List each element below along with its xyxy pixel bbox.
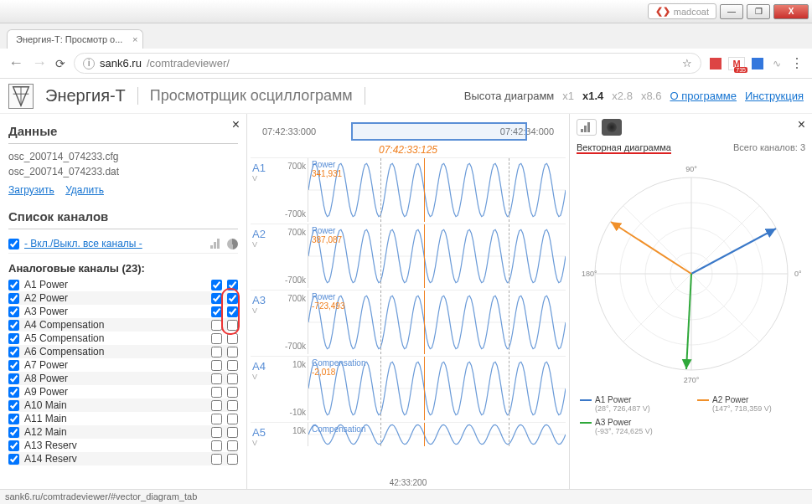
url-input[interactable]: i sank6.ru/comtradeviewer/ ☆ xyxy=(74,53,701,74)
channel-checkbox-bars[interactable] xyxy=(211,293,222,304)
cursor-line[interactable] xyxy=(424,291,425,354)
cursor-line[interactable] xyxy=(424,158,425,222)
scale-x28[interactable]: x2.8 xyxy=(612,90,633,102)
timeline-selection[interactable] xyxy=(351,122,527,141)
channel-checkbox-vector[interactable] xyxy=(227,400,238,411)
channel-checkbox-enable[interactable] xyxy=(8,427,19,438)
channel-checkbox-vector[interactable] xyxy=(227,293,238,304)
channel-checkbox-enable[interactable] xyxy=(8,280,19,291)
channel-checkbox-vector[interactable] xyxy=(227,306,238,317)
grid-dash xyxy=(380,357,381,420)
channel-checkbox-bars[interactable] xyxy=(211,360,222,371)
wave-plot[interactable]: Power-723,493 xyxy=(308,291,566,354)
vector-count: Всего каналов: 3 xyxy=(733,142,805,154)
wave-y-axis: 700k-700k xyxy=(276,291,308,354)
channel-checkbox-vector[interactable] xyxy=(227,373,238,384)
cursor-line[interactable] xyxy=(424,224,425,288)
channel-checkbox-vector[interactable] xyxy=(227,347,238,357)
channel-checkbox-enable[interactable] xyxy=(8,293,19,304)
channel-checkbox-vector[interactable] xyxy=(227,333,238,344)
channel-checkbox-vector[interactable] xyxy=(227,320,238,331)
legend-name: A2 Power xyxy=(712,395,748,404)
scale-x86[interactable]: x8.6 xyxy=(641,90,662,102)
channel-checkbox-bars[interactable] xyxy=(211,347,222,357)
waveform-row: A1V700k-700kPower341,931 xyxy=(251,157,566,222)
right-panel-close-icon[interactable]: × xyxy=(798,117,805,132)
channel-checkbox-enable[interactable] xyxy=(8,320,19,331)
nav-forward-button[interactable]: → xyxy=(32,54,47,72)
channel-checkbox-enable[interactable] xyxy=(8,360,19,371)
ext-icon-wave[interactable]: ∿ xyxy=(770,57,784,70)
legend-item: A3 Power(-93°, 724,625 V) xyxy=(580,418,680,435)
channel-checkbox-enable[interactable] xyxy=(8,440,19,451)
browser-tab[interactable]: Энергия-Т: Просмотр о... × xyxy=(7,29,143,49)
tab-bars[interactable] xyxy=(577,119,597,136)
channel-checkbox-enable[interactable] xyxy=(8,400,19,411)
wave-plot[interactable]: Compensation xyxy=(308,423,566,446)
channel-checkbox-bars[interactable] xyxy=(211,280,222,291)
load-link[interactable]: Загрузить xyxy=(8,184,54,196)
user-badge[interactable]: ❮❯ madcoat xyxy=(648,3,716,19)
channel-checkbox-bars[interactable] xyxy=(211,427,222,438)
channel-checkbox-vector[interactable] xyxy=(227,427,238,438)
window-close-button[interactable]: X xyxy=(773,4,809,19)
reload-button[interactable]: ⟳ xyxy=(55,57,65,70)
channel-checkbox-bars[interactable] xyxy=(211,387,222,398)
waveform-row: A5V10kCompensation xyxy=(251,422,566,450)
channel-checkbox-enable[interactable] xyxy=(8,387,19,398)
minimize-button[interactable]: — xyxy=(720,4,743,19)
wave-plot[interactable]: Power387,087 xyxy=(308,224,566,288)
tab-close-icon[interactable]: × xyxy=(132,34,137,44)
channel-checkbox-bars[interactable] xyxy=(211,320,222,331)
channel-checkbox-vector[interactable] xyxy=(227,454,238,465)
timeline-overview[interactable]: 07:42:33:000 07:42:34:000 xyxy=(251,119,566,144)
wave-plot[interactable]: Compensation-2,018 xyxy=(308,357,566,420)
browser-menu-icon[interactable]: ⋮ xyxy=(790,55,804,71)
wave-plot[interactable]: Power341,931 xyxy=(308,158,566,222)
channel-checkbox-enable[interactable] xyxy=(8,333,19,344)
pie-toggle-icon[interactable] xyxy=(227,239,238,249)
channel-checkbox-vector[interactable] xyxy=(227,360,238,371)
grid-dash xyxy=(380,423,381,446)
bottom-axis-time: 42:33:200 xyxy=(390,478,427,487)
channel-checkbox-bars[interactable] xyxy=(211,414,222,424)
ext-icon-red[interactable] xyxy=(710,58,721,69)
channel-checkbox-bars[interactable] xyxy=(211,373,222,384)
cursor-line[interactable] xyxy=(424,423,425,446)
cursor-line[interactable] xyxy=(424,357,425,420)
scale-x14[interactable]: x1.4 xyxy=(582,90,603,102)
channel-checkbox-bars[interactable] xyxy=(211,454,222,465)
about-link[interactable]: О программе xyxy=(670,90,737,102)
channel-checkbox-enable[interactable] xyxy=(8,373,19,384)
nav-back-button[interactable]: ← xyxy=(8,54,23,72)
channel-row: A9 Power xyxy=(8,385,238,399)
gmail-icon[interactable]: M 735 xyxy=(728,57,745,70)
channel-checkbox-vector[interactable] xyxy=(227,387,238,398)
left-panel-close-icon[interactable]: × xyxy=(232,117,240,132)
channel-checkbox-enable[interactable] xyxy=(8,306,19,317)
channel-checkbox-enable[interactable] xyxy=(8,347,19,357)
maximize-button[interactable]: ❐ xyxy=(747,4,770,19)
channel-checkbox-bars[interactable] xyxy=(211,400,222,411)
channel-checkbox-bars[interactable] xyxy=(211,306,222,317)
channel-checkbox-vector[interactable] xyxy=(227,280,238,291)
channel-checkbox-vector[interactable] xyxy=(227,414,238,424)
bookmark-star-icon[interactable]: ☆ xyxy=(682,57,692,69)
site-info-icon[interactable]: i xyxy=(83,58,95,69)
channel-checkbox-enable[interactable] xyxy=(8,454,19,465)
bars-toggle-icon[interactable] xyxy=(210,239,222,249)
ext-icon-blue[interactable] xyxy=(752,58,763,69)
manual-link[interactable]: Инструкция xyxy=(745,90,804,102)
grid-dash xyxy=(380,291,381,354)
toggle-all-checkbox[interactable] xyxy=(8,239,19,249)
channel-checkbox-enable[interactable] xyxy=(8,414,19,424)
scale-x1[interactable]: x1 xyxy=(562,90,574,102)
channel-checkbox-bars[interactable] xyxy=(211,440,222,451)
channel-checkbox-vector[interactable] xyxy=(227,440,238,451)
tab-vector[interactable] xyxy=(602,119,622,136)
channel-name: A6 Compensation xyxy=(24,346,206,357)
delete-link[interactable]: Удалить xyxy=(65,184,104,196)
toggle-all-link[interactable]: - Вкл./Выкл. все каналы - xyxy=(24,238,142,249)
channel-checkbox-bars[interactable] xyxy=(211,333,222,344)
browser-tabs: Энергия-Т: Просмотр о... × xyxy=(0,23,812,49)
